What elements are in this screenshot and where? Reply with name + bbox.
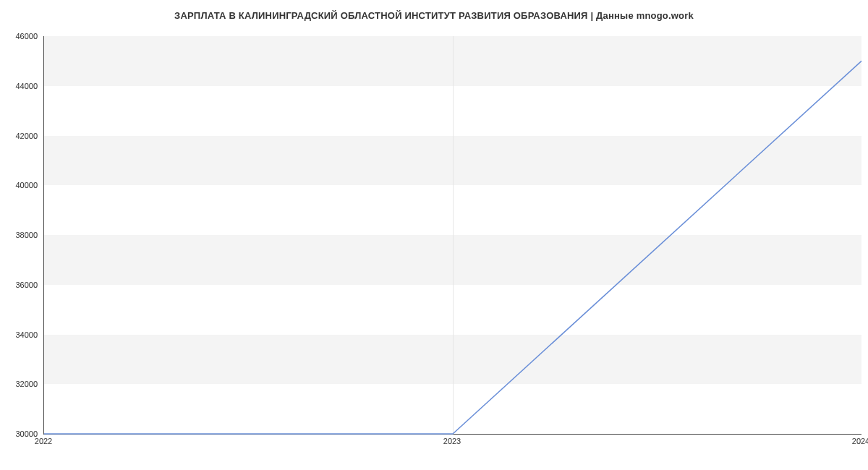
x-tick-label: 2023	[443, 437, 461, 445]
y-tick-label: 42000	[9, 132, 38, 140]
plot-area	[43, 36, 861, 435]
chart-container: ЗАРПЛАТА В КАЛИНИНГРАДСКИЙ ОБЛАСТНОЙ ИНС…	[0, 0, 868, 470]
y-tick-label: 40000	[9, 181, 38, 189]
y-tick-label: 32000	[9, 380, 38, 388]
y-tick-label: 30000	[9, 430, 38, 438]
y-tick-label: 38000	[9, 231, 38, 239]
x-tick-label: 2022	[35, 437, 52, 445]
y-tick-label: 44000	[9, 82, 38, 90]
series-line	[44, 61, 861, 434]
line-series	[44, 36, 861, 434]
x-tick-label: 2024	[852, 437, 868, 445]
y-tick-label: 46000	[9, 32, 38, 40]
y-tick-label: 34000	[9, 330, 38, 339]
chart-title: ЗАРПЛАТА В КАЛИНИНГРАДСКИЙ ОБЛАСТНОЙ ИНС…	[0, 10, 868, 21]
y-tick-label: 36000	[9, 281, 38, 289]
